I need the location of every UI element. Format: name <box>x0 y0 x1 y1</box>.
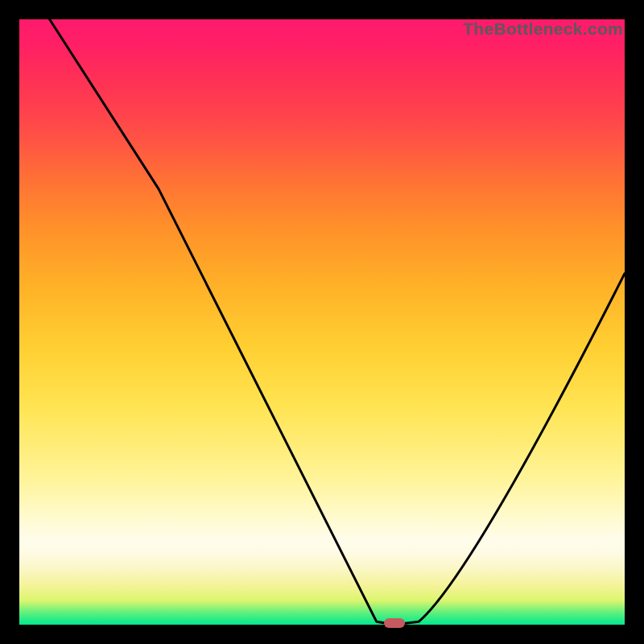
curve-path <box>50 19 625 625</box>
bottleneck-curve <box>19 19 625 625</box>
plot-area: TheBottleneck.com <box>19 19 625 625</box>
chart-container: TheBottleneck.com <box>0 0 644 644</box>
optimal-marker <box>384 618 405 628</box>
watermark-text: TheBottleneck.com <box>463 19 623 39</box>
